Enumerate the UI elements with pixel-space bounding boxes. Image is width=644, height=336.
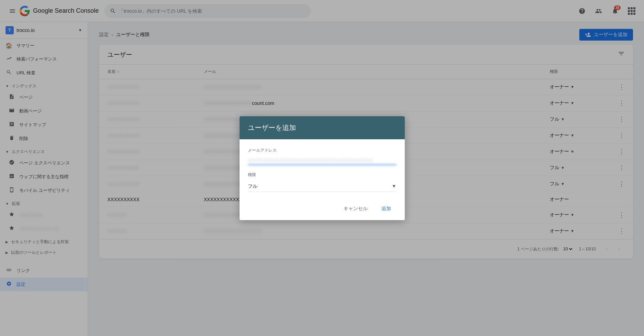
add-button[interactable]: 追加 bbox=[376, 203, 397, 215]
email-input[interactable] bbox=[248, 156, 397, 165]
dialog-header: ユーザーを追加 bbox=[240, 116, 405, 139]
email-label: メールアドレス bbox=[248, 148, 397, 153]
dialog-actions: キャンセル 追加 bbox=[240, 197, 405, 220]
permission-select[interactable]: フル 制限付き オーナー bbox=[248, 181, 397, 192]
dialog-overlay[interactable]: ユーザーを追加 メールアドレス 権限 フル 制限付き オーナー ▼ キャンセル … bbox=[0, 0, 644, 336]
dialog-title: ユーザーを追加 bbox=[248, 124, 296, 131]
permission-field: 権限 フル 制限付き オーナー ▼ bbox=[248, 172, 397, 192]
dialog-body: メールアドレス 権限 フル 制限付き オーナー ▼ bbox=[240, 139, 405, 197]
permission-label: 権限 bbox=[248, 172, 397, 178]
add-user-dialog: ユーザーを追加 メールアドレス 権限 フル 制限付き オーナー ▼ キャンセル … bbox=[240, 116, 405, 220]
cancel-button[interactable]: キャンセル bbox=[338, 203, 373, 215]
permission-select-wrapper: フル 制限付き オーナー ▼ bbox=[248, 181, 397, 192]
